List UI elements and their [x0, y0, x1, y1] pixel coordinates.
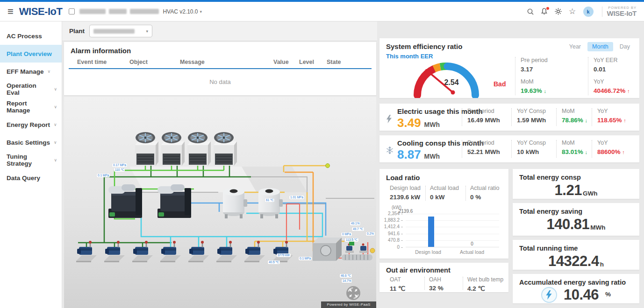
stat-mom: MoM83.01% ↓	[562, 140, 587, 155]
notifications-bell-icon[interactable]	[537, 5, 551, 19]
out-air-environment-card: Out air environment OAT11 ℃ OAH32 % Wet …	[379, 263, 508, 292]
divider	[515, 57, 515, 95]
fullscreen-watermark-icon[interactable]	[344, 284, 362, 302]
chevron-down-icon: ∨	[54, 140, 57, 145]
no-data-text: No data	[64, 78, 376, 85]
settings-gear-icon[interactable]	[551, 5, 565, 19]
divider	[556, 140, 557, 158]
divider	[425, 186, 426, 201]
sensor-chip: 110 ℃	[114, 168, 125, 172]
total-running-time-card: Total running time 14322.4h	[513, 240, 639, 270]
total-energy-consp-value: 1.21	[555, 182, 582, 199]
user-avatar[interactable]: k	[583, 7, 594, 17]
cooling-consp-value: 8.87	[397, 147, 421, 162]
divider	[556, 108, 557, 126]
y-tick: 470.8	[382, 238, 403, 243]
table-header-underline	[69, 68, 372, 69]
eer-gauge: 2.54	[407, 55, 494, 98]
sidebar-item-energy-report[interactable]: Energy Report∨	[0, 116, 62, 133]
stat-mom: MoM78.86% ↓	[562, 108, 587, 124]
alarm-table-header: Event time Object Message Value Level St…	[64, 59, 376, 66]
chevron-down-icon: ∨	[54, 105, 57, 109]
efficiency-title: System efficiency ratio	[386, 42, 462, 50]
design-load-value-label: 2139.6	[396, 209, 415, 214]
energy-cycle-icon	[541, 287, 557, 303]
chevron-down-icon: ∨	[54, 87, 57, 91]
sensor-chip: 49.1%	[350, 222, 360, 225]
col-state[interactable]: State	[327, 59, 341, 65]
app-header: ≡ WISE-IoT HVAC v2.10.0 ▾ ☆ k POWERED BY…	[0, 2, 644, 21]
sidebar-item-eff-manage[interactable]: EFF Manage∨	[0, 63, 62, 80]
divider	[588, 57, 588, 95]
col-object[interactable]: Object	[129, 59, 148, 65]
sensor-chip: 0.17 MPa	[112, 163, 127, 167]
plant-toolbar: Plant ▾	[62, 21, 377, 41]
sidebar-item-ac-process[interactable]: AC Process	[0, 27, 62, 45]
hamburger-menu-icon[interactable]: ≡	[7, 6, 14, 18]
stat-yoy: YoY40466.72% ↑	[594, 78, 630, 94]
sidebar-item-data-query[interactable]: Data Query	[0, 169, 62, 187]
sidebar-item-report-manage[interactable]: Report Manage∨	[0, 98, 62, 116]
arrow-down-icon: ↓	[544, 88, 547, 94]
col-value[interactable]: Value	[273, 59, 289, 65]
system-efficiency-card: System efficiency ratio Year Month Day T…	[379, 38, 639, 98]
plant-3d-view[interactable]: 0.17 MPa110 ℃0.1 MPa61 ℃1.01 MPa49.1%49.…	[64, 97, 376, 308]
plant-label: Plant	[69, 28, 85, 35]
sidebar-item-basic-settings[interactable]: Basic Settings∨	[0, 133, 62, 151]
sidebar-item-tuning-strategy[interactable]: Tuning Strategy∨	[0, 151, 62, 169]
caret-down-icon[interactable]: ▾	[200, 9, 202, 14]
sidebar-item-plant-overview[interactable]: Plant Overview	[0, 45, 62, 63]
alarm-information-card: Alarm information Event time Object Mess…	[64, 42, 376, 95]
plant-overview-page: ≡ WISE-IoT HVAC v2.10.0 ▾ ☆ k POWERED BY…	[0, 0, 644, 308]
divider	[511, 108, 512, 126]
app-version-title[interactable]: HVAC v2.10.0	[163, 8, 198, 15]
sensor-chip: 0.1 MPa	[97, 174, 110, 177]
out-air-title: Out air environment	[386, 266, 451, 274]
x-label-actual: Actual load	[453, 249, 491, 255]
cooling-consp-card: Cooling consp this month 8.87MWh Pre per…	[379, 135, 639, 162]
checkbox-icon[interactable]	[69, 8, 75, 14]
redacted-tenant-name	[79, 9, 159, 14]
y-tick: 1,883.2	[382, 217, 403, 223]
arrow-down-icon: ↓	[585, 118, 588, 123]
sensor-chip: 14.7%	[342, 279, 352, 283]
total-energy-saving-value: 140.81	[546, 216, 589, 233]
redacted-plant-name	[93, 29, 135, 34]
stat-pre-period: Pre period3.17	[521, 57, 548, 73]
search-icon[interactable]	[523, 5, 537, 19]
powered-by-wise-iot: POWERED BY WISE-IoT	[607, 6, 637, 17]
electric-usage-card: Electric usage this month 3.49MWh Pre pe…	[379, 104, 639, 131]
arrow-down-icon: ↓	[585, 149, 588, 155]
chevron-down-icon: ∨	[54, 122, 57, 127]
favorite-star-icon[interactable]: ☆	[565, 5, 580, 19]
sensor-chip: 40.5 ℃	[268, 260, 280, 264]
period-year-button[interactable]: Year	[565, 42, 586, 51]
period-day-button[interactable]: Day	[615, 42, 635, 51]
col-event-time[interactable]: Event time	[77, 59, 107, 65]
load-ratio-title: Load ratio	[386, 174, 420, 182]
pump-row	[76, 241, 293, 262]
accumulated-saving-ratio-card: Accumulated energy saving ratio 10.46 %	[513, 274, 639, 303]
divider	[463, 277, 463, 290]
wise-iot-logo[interactable]: WISE-IoT	[19, 6, 63, 18]
stat-pre-period: Pre period16.49 MWh	[467, 108, 500, 124]
stat-design-load: Design load2139.6 kW	[390, 185, 421, 201]
plant-select-dropdown[interactable]: ▾	[89, 25, 152, 37]
wise-paas-watermark: Powered by WISE-PaaS	[321, 301, 376, 308]
caret-down-icon: ▾	[146, 29, 148, 34]
sensor-chip: 46.6 ℃	[340, 274, 352, 278]
col-message[interactable]: Message	[180, 59, 205, 65]
stat-yoy: YoY88600% ↑	[597, 140, 625, 155]
y-tick: 1,412.4	[382, 224, 403, 229]
efficiency-status: Bad	[494, 80, 506, 88]
period-month-button[interactable]: Month	[587, 42, 613, 51]
cooling-consp-unit: MWh	[424, 153, 440, 160]
sensor-chip: 0.1 MPa	[299, 257, 312, 260]
stat-wet-bulb: Wet bulb temp4.2 ℃	[467, 276, 503, 292]
sidebar-item-operation-eval[interactable]: Operation Eval∨	[0, 80, 62, 98]
col-level[interactable]: Level	[299, 59, 314, 65]
total-energy-saving-card: Total energy saving 140.81MWh	[513, 203, 639, 236]
electric-usage-unit: MWh	[424, 121, 440, 128]
stat-oat: OAT11 ℃	[390, 276, 405, 292]
stat-yoy-consp: YoY Consp1.59 MWh	[517, 108, 546, 124]
